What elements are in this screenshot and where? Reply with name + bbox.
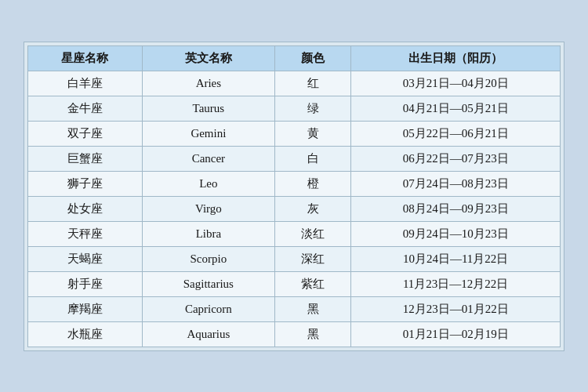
cell-english-name: Leo (142, 171, 275, 196)
cell-chinese-name: 天蝎座 (28, 246, 143, 271)
table-row: 射手座Sagittarius紫红11月23日—12月22日 (28, 271, 561, 296)
cell-color: 淡红 (275, 221, 351, 246)
table-row: 天蝎座Scorpio深红10月24日—11月22日 (28, 246, 561, 271)
cell-english-name: Libra (142, 221, 275, 246)
table-header-row: 星座名称 英文名称 颜色 出生日期（阳历） (28, 45, 561, 71)
header-color: 颜色 (275, 45, 351, 71)
cell-chinese-name: 处女座 (28, 196, 143, 221)
header-english-name: 英文名称 (142, 45, 275, 71)
cell-color: 绿 (275, 96, 351, 121)
header-dates: 出生日期（阳历） (351, 45, 561, 71)
table-row: 白羊座Aries红03月21日—04月20日 (28, 71, 561, 96)
cell-english-name: Cancer (142, 146, 275, 171)
cell-chinese-name: 射手座 (28, 271, 143, 296)
cell-chinese-name: 天秤座 (28, 221, 143, 246)
cell-chinese-name: 金牛座 (28, 96, 143, 121)
cell-chinese-name: 双子座 (28, 121, 143, 146)
cell-chinese-name: 摩羯座 (28, 296, 143, 321)
cell-color: 黄 (275, 121, 351, 146)
cell-color: 橙 (275, 171, 351, 196)
table-row: 天秤座Libra淡红09月24日—10月23日 (28, 221, 561, 246)
cell-color: 白 (275, 146, 351, 171)
cell-color: 紫红 (275, 271, 351, 296)
cell-english-name: Sagittarius (142, 271, 275, 296)
cell-dates: 07月24日—08月23日 (351, 171, 561, 196)
cell-english-name: Gemini (142, 121, 275, 146)
cell-english-name: Virgo (142, 196, 275, 221)
cell-dates: 04月21日—05月21日 (351, 96, 561, 121)
cell-english-name: Capricorn (142, 296, 275, 321)
table-row: 狮子座Leo橙07月24日—08月23日 (28, 171, 561, 196)
cell-color: 黑 (275, 296, 351, 321)
cell-chinese-name: 狮子座 (28, 171, 143, 196)
table-row: 双子座Gemini黄05月22日—06月21日 (28, 121, 561, 146)
cell-english-name: Aries (142, 71, 275, 96)
cell-english-name: Aquarius (142, 321, 275, 347)
table-row: 处女座Virgo灰08月24日—09月23日 (28, 196, 561, 221)
cell-english-name: Taurus (142, 96, 275, 121)
cell-dates: 11月23日—12月22日 (351, 271, 561, 296)
cell-dates: 03月21日—04月20日 (351, 71, 561, 96)
cell-dates: 01月21日—02月19日 (351, 321, 561, 347)
cell-color: 红 (275, 71, 351, 96)
cell-english-name: Scorpio (142, 246, 275, 271)
cell-dates: 10月24日—11月22日 (351, 246, 561, 271)
table-row: 金牛座Taurus绿04月21日—05月21日 (28, 96, 561, 121)
cell-dates: 12月23日—01月22日 (351, 296, 561, 321)
cell-color: 深红 (275, 246, 351, 271)
cell-dates: 08月24日—09月23日 (351, 196, 561, 221)
header-chinese-name: 星座名称 (28, 45, 143, 71)
table-body: 白羊座Aries红03月21日—04月20日金牛座Taurus绿04月21日—0… (28, 71, 561, 347)
table-row: 巨蟹座Cancer白06月22日—07月23日 (28, 146, 561, 171)
cell-dates: 09月24日—10月23日 (351, 221, 561, 246)
cell-color: 灰 (275, 196, 351, 221)
cell-dates: 05月22日—06月21日 (351, 121, 561, 146)
cell-dates: 06月22日—07月23日 (351, 146, 561, 171)
zodiac-table-container: 星座名称 英文名称 颜色 出生日期（阳历） 白羊座Aries红03月21日—04… (24, 42, 564, 351)
table-row: 水瓶座Aquarius黑01月21日—02月19日 (28, 321, 561, 347)
cell-chinese-name: 水瓶座 (28, 321, 143, 347)
zodiac-table: 星座名称 英文名称 颜色 出生日期（阳历） 白羊座Aries红03月21日—04… (27, 45, 561, 347)
cell-chinese-name: 白羊座 (28, 71, 143, 96)
cell-chinese-name: 巨蟹座 (28, 146, 143, 171)
table-row: 摩羯座Capricorn黑12月23日—01月22日 (28, 296, 561, 321)
cell-color: 黑 (275, 321, 351, 347)
